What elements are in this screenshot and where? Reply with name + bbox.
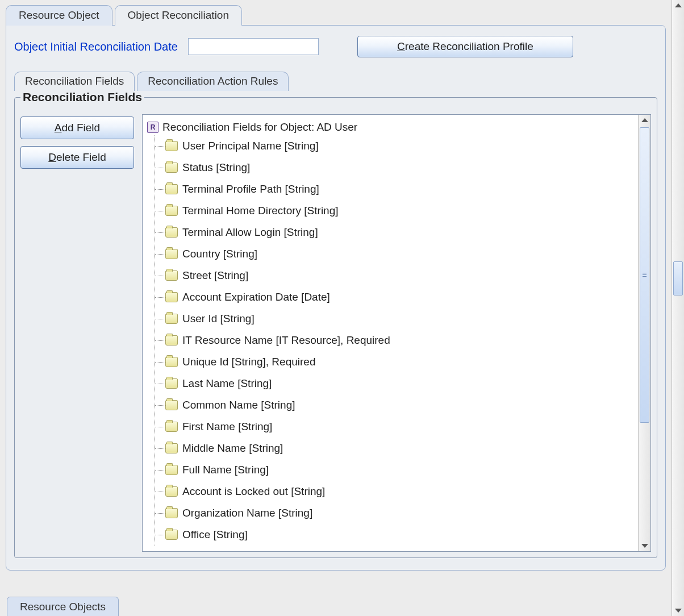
tree-vertical-scrollbar[interactable] [638,115,650,551]
folder-icon [165,314,178,324]
tree-connector [155,416,165,438]
folder-icon [165,163,178,173]
tree-item[interactable]: Account is Locked out [String] [155,481,636,502]
tab-reconciliation-fields[interactable]: Reconciliation Fields [14,72,135,91]
tree-item-label: Status [String] [182,161,250,174]
tree-scroll-area[interactable]: R Reconciliation Fields for Object: AD U… [143,115,638,551]
tab-resource-object[interactable]: Resource Object [6,5,112,26]
group-legend: Reconciliation Fields [20,90,144,104]
tree-connector [155,394,165,416]
tree-item-label: Common Name [String] [182,399,295,411]
tree-connector [155,243,165,265]
tree-connector [155,330,165,351]
tree-item[interactable]: Office [String] [155,524,636,546]
tree-item[interactable]: Status [String] [155,157,636,178]
top-tabs: Resource Object Object Reconciliation [6,5,666,25]
del-ul: D [48,151,56,163]
folder-icon [165,335,178,346]
tree-item[interactable]: Full Name [String] [155,459,636,481]
create-reconciliation-profile-button[interactable]: Create Reconciliation Profile [357,36,573,57]
add-ul: A [55,122,62,134]
add-field-button[interactable]: Add Field [20,116,134,139]
tree-item-label: Terminal Allow Login [String] [182,226,318,239]
tree-item-label: Full Name [String] [182,464,269,476]
action-column: Add Field Delete Field [20,114,134,552]
tree-item[interactable]: Unique Id [String], Required [155,351,636,373]
reconciliation-fields-group: Reconciliation Fields Add Field Delete F… [14,90,657,558]
tree-item[interactable]: Middle Name [String] [155,438,636,459]
tree-connector [155,265,165,286]
tab-object-reconciliation[interactable]: Object Reconciliation [115,5,242,26]
header-row: Object Initial Reconciliation Date Creat… [14,36,657,57]
tree-connector [155,286,165,308]
tree-root[interactable]: R Reconciliation Fields for Object: AD U… [147,119,636,135]
folder-icon [165,227,178,238]
tree-item-label: Country [String] [182,248,257,260]
tree-connector [155,200,165,222]
tree-item-label: Office [String] [182,528,248,541]
tree-item[interactable]: First Name [String] [155,416,636,438]
tree-item[interactable]: Terminal Profile Path [String] [155,178,636,200]
initial-recon-date-input[interactable] [188,38,319,55]
tree-item-label: Street [String] [182,269,248,282]
tree-item[interactable]: Organization Name [String] [155,502,636,524]
folder-icon [165,270,178,281]
outer-scrollbar-thumb[interactable] [673,261,683,295]
folder-icon [165,141,178,151]
folder-icon [165,400,178,410]
initial-recon-date-label: Object Initial Reconciliation Date [14,40,178,53]
folder-icon [165,378,178,389]
tree-connector [155,222,165,243]
folder-icon [165,465,178,475]
folder-icon [165,184,178,194]
tree-item-label: Unique Id [String], Required [182,356,315,368]
tree-item-label: Middle Name [String] [182,442,283,455]
tree-item[interactable]: Last Name [String] [155,373,636,394]
outer-vertical-scrollbar[interactable] [672,0,684,616]
folder-icon [165,292,178,302]
tree-connector [155,157,165,178]
btn-text-ul: C [397,40,405,52]
tree-item[interactable]: User Id [String] [155,308,636,330]
object-reconciliation-panel: Object Initial Reconciliation Date Creat… [6,25,666,571]
tree-item[interactable]: User Principal Name [String] [155,135,636,157]
tree-item[interactable]: IT Resource Name [IT Resource], Required [155,330,636,351]
tree-scrollbar-thumb[interactable] [640,127,649,423]
tree-item[interactable]: Street [String] [155,265,636,286]
del-post: elete Field [56,151,106,163]
tree-item-label: IT Resource Name [IT Resource], Required [182,334,390,347]
tree-item-label: User Id [String] [182,313,255,325]
tree-root-label: Reconciliation Fields for Object: AD Use… [162,121,357,134]
folder-icon [165,443,178,453]
tree-connector [155,524,165,546]
tree-root-icon: R [147,122,159,133]
inner-tabs: Reconciliation Fields Reconciliation Act… [14,71,657,90]
tree-item[interactable]: Account Expiration Date [Date] [155,286,636,308]
tree-item-label: Organization Name [String] [182,507,312,519]
tree-item[interactable]: Terminal Home Directory [String] [155,200,636,222]
folder-icon [165,422,178,432]
tree-item-label: Account Expiration Date [Date] [182,291,330,303]
delete-field-button[interactable]: Delete Field [20,146,134,169]
tree-item-label: Terminal Profile Path [String] [182,183,319,195]
tree-connector [155,481,165,502]
outer-container: Resource Object Object Reconciliation Ob… [0,0,684,616]
tree-item[interactable]: Country [String] [155,243,636,265]
tree-item-label: Last Name [String] [182,377,272,390]
tree-item[interactable]: Common Name [String] [155,394,636,416]
tree-connector [155,373,165,394]
tree-connector [155,135,165,157]
document-tab-resource-objects[interactable]: Resource Objects [7,597,119,616]
folder-icon [165,486,178,497]
tree-connector [155,502,165,524]
main-pane: Resource Object Object Reconciliation Ob… [0,0,672,616]
tree-item-label: Account is Locked out [String] [182,485,325,498]
tree-item[interactable]: Terminal Allow Login [String] [155,222,636,243]
tree-item-label: User Principal Name [String] [182,140,319,152]
tab-reconciliation-action-rules[interactable]: Reconciliation Action Rules [137,72,289,91]
add-post: dd Field [62,122,101,134]
tree-item-label: Terminal Home Directory [String] [182,205,339,217]
btn-text-post: reate Reconciliation Profile [405,40,533,52]
folder-icon [165,249,178,259]
folder-icon [165,508,178,518]
